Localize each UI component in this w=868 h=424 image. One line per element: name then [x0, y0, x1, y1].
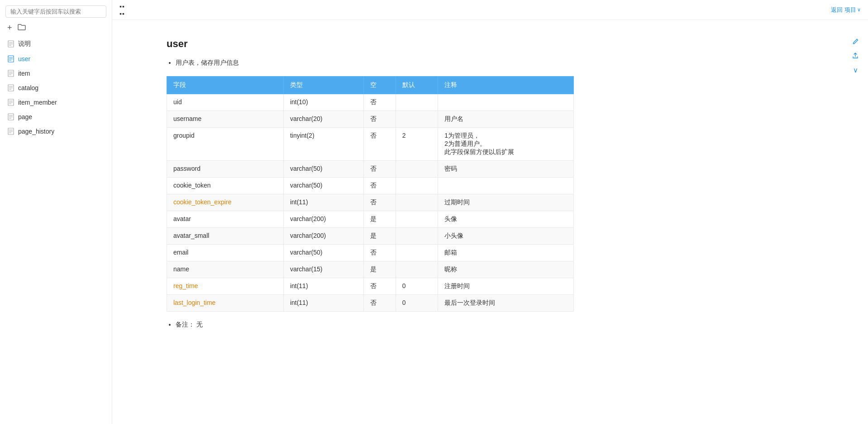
- cell-comment: 注册时间: [438, 278, 574, 295]
- cell-field: avatar: [167, 211, 284, 228]
- cell-type: varchar(15): [283, 261, 364, 278]
- doc-icon-page: [7, 113, 14, 120]
- sidebar-item-catalog-label: catalog: [18, 84, 38, 92]
- cell-field: cookie_token: [167, 178, 284, 194]
- cell-default: 0: [396, 278, 438, 295]
- cell-default: 2: [396, 128, 438, 161]
- cell-type: varchar(50): [283, 178, 364, 194]
- cell-comment: 头像: [438, 211, 574, 228]
- cell-field: email: [167, 245, 284, 261]
- col-header-type: 类型: [283, 77, 364, 94]
- cell-nullable: 否: [364, 178, 396, 194]
- sidebar-nav: 说明 user item catalog item_member: [0, 36, 112, 424]
- cell-nullable: 是: [364, 228, 396, 245]
- share-icon[interactable]: [852, 52, 859, 61]
- sidebar-item-page-label: page: [18, 113, 32, 120]
- cell-comment: 密码: [438, 161, 574, 178]
- remark-section: 备注： 无: [176, 321, 574, 329]
- main-content: ∨ user 用户表，储存用户信息 字段 类型 空 默认 注释: [112, 20, 868, 424]
- sidebar-item-item-member[interactable]: item_member: [0, 95, 112, 110]
- page-title: user: [167, 38, 574, 50]
- sidebar-item-shuoming[interactable]: 说明: [0, 36, 112, 52]
- content-inner: user 用户表，储存用户信息 字段 类型 空 默认 注释 uid int(10…: [167, 38, 574, 329]
- cell-default: [396, 111, 438, 128]
- table-row: avatar_small varchar(200) 是 小头像: [167, 228, 574, 245]
- back-label: 返回 项目: [831, 6, 856, 14]
- table-row: avatar varchar(200) 是 头像: [167, 211, 574, 228]
- sidebar-item-shuoming-label: 说明: [18, 40, 31, 48]
- remark-label: 备注：: [176, 321, 195, 328]
- doc-icon-catalog: [7, 84, 14, 92]
- cell-field: name: [167, 261, 284, 278]
- table-row: email varchar(50) 否 邮箱: [167, 245, 574, 261]
- sidebar-item-item[interactable]: item: [0, 66, 112, 81]
- cell-type: varchar(50): [283, 161, 364, 178]
- sidebar-item-page-history-label: page_history: [18, 128, 54, 135]
- table-row: name varchar(15) 是 昵称: [167, 261, 574, 278]
- cell-field: groupid: [167, 128, 284, 161]
- cell-type: tinyint(2): [283, 128, 364, 161]
- cell-comment: 小头像: [438, 228, 574, 245]
- cell-comment: [438, 94, 574, 111]
- right-actions: ∨: [852, 38, 859, 74]
- cell-nullable: 是: [364, 261, 396, 278]
- expand-icon[interactable]: ∨: [853, 66, 858, 74]
- back-button[interactable]: 返回 项目 ∨: [831, 6, 861, 14]
- cell-comment: 昵称: [438, 261, 574, 278]
- grid-icon: ▪▪▪▪: [119, 3, 125, 17]
- sidebar-actions: +: [0, 21, 112, 36]
- cell-nullable: 是: [364, 211, 396, 228]
- cell-type: int(11): [283, 194, 364, 211]
- sidebar-item-item-label: item: [18, 70, 30, 77]
- cell-comment: 过期时间: [438, 194, 574, 211]
- cell-nullable: 否: [364, 128, 396, 161]
- table-row: username varchar(20) 否 用户名: [167, 111, 574, 128]
- doc-icon: [7, 40, 14, 48]
- cell-nullable: 否: [364, 111, 396, 128]
- sidebar-item-page-history[interactable]: page_history: [0, 124, 112, 139]
- cell-default: [396, 261, 438, 278]
- main-header: ▪▪▪▪ 返回 项目 ∨: [112, 0, 868, 20]
- cell-comment: 最后一次登录时间: [438, 295, 574, 312]
- table-row: cookie_token varchar(50) 否: [167, 178, 574, 194]
- cell-nullable: 否: [364, 245, 396, 261]
- cell-field: uid: [167, 94, 284, 111]
- cell-default: [396, 228, 438, 245]
- cell-comment: 邮箱: [438, 245, 574, 261]
- sidebar-search-wrapper: [0, 0, 112, 21]
- description-item: 用户表，储存用户信息: [176, 59, 574, 67]
- table-row: cookie_token_expire int(11) 否 过期时间: [167, 194, 574, 211]
- table-row: groupid tinyint(2) 否 2 1为管理员，2为普通用户。此字段保…: [167, 128, 574, 161]
- add-icon[interactable]: +: [7, 23, 12, 33]
- search-input[interactable]: [5, 5, 106, 18]
- cell-field: reg_time: [167, 278, 284, 295]
- cell-type: int(11): [283, 278, 364, 295]
- description-list: 用户表，储存用户信息: [176, 59, 574, 67]
- cell-type: varchar(20): [283, 111, 364, 128]
- cell-field: username: [167, 111, 284, 128]
- cell-default: [396, 94, 438, 111]
- cell-default: [396, 178, 438, 194]
- col-header-field: 字段: [167, 77, 284, 94]
- table-row: last_login_time int(11) 否 0 最后一次登录时间: [167, 295, 574, 312]
- folder-icon[interactable]: [18, 24, 26, 33]
- cell-default: [396, 161, 438, 178]
- sidebar-item-user[interactable]: user: [0, 52, 112, 66]
- back-chevron: ∨: [857, 7, 861, 13]
- cell-default: [396, 245, 438, 261]
- edit-icon[interactable]: [852, 38, 859, 47]
- cell-type: varchar(200): [283, 211, 364, 228]
- sidebar-item-catalog[interactable]: catalog: [0, 81, 112, 95]
- sidebar-item-page[interactable]: page: [0, 110, 112, 124]
- db-table: 字段 类型 空 默认 注释 uid int(10) 否 username var…: [167, 76, 574, 312]
- table-row: password varchar(50) 否 密码: [167, 161, 574, 178]
- table-row: uid int(10) 否: [167, 94, 574, 111]
- doc-icon-item: [7, 70, 14, 77]
- cell-type: int(11): [283, 295, 364, 312]
- cell-comment: 用户名: [438, 111, 574, 128]
- cell-nullable: 否: [364, 278, 396, 295]
- col-header-comment: 注释: [438, 77, 574, 94]
- cell-comment: 1为管理员，2为普通用户。此字段保留方便以后扩展: [438, 128, 574, 161]
- remark-item: 备注： 无: [176, 321, 574, 329]
- doc-icon-item-member: [7, 99, 14, 106]
